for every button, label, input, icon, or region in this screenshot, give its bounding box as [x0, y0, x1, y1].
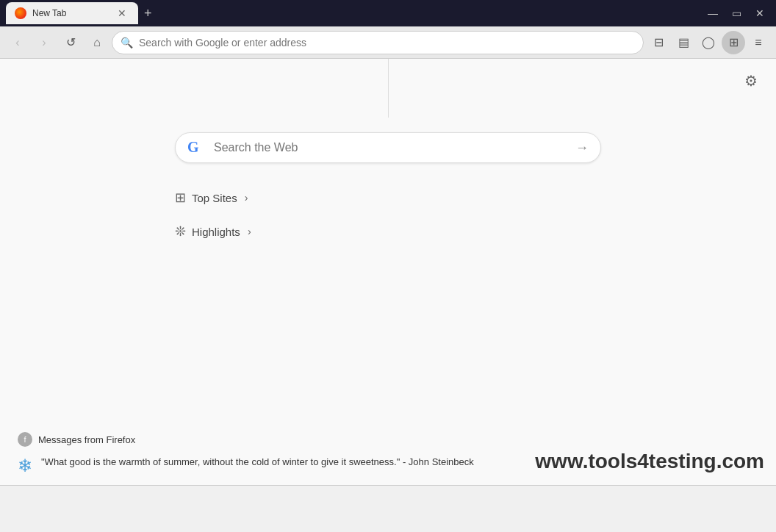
library-button[interactable]: ⊟ — [647, 31, 670, 54]
bottom-bar — [0, 485, 776, 508]
messages-title: Messages from Firefox — [38, 434, 135, 445]
new-tab-button[interactable]: + — [138, 3, 158, 24]
watermark: www.tools4testing.com — [535, 450, 764, 473]
firefox-messages-svg: f — [18, 432, 32, 447]
top-sites-row[interactable]: ⊞ Top Sites › — [175, 187, 601, 209]
close-button[interactable]: ✕ — [750, 3, 770, 24]
extensions-icon: ⊞ — [729, 35, 739, 49]
menu-button[interactable]: ≡ — [747, 31, 770, 54]
tab-favicon — [15, 7, 26, 19]
hamburger-icon: ≡ — [755, 36, 761, 49]
search-arrow-icon[interactable]: → — [575, 140, 589, 156]
messages-firefox-icon: f — [18, 432, 32, 447]
window-controls: — ▭ ✕ — [703, 3, 770, 24]
highlights-chevron: › — [248, 226, 251, 237]
active-tab[interactable]: New Tab ✕ — [6, 2, 138, 24]
titlebar: New Tab ✕ + — ▭ ✕ — [0, 0, 776, 26]
address-bar[interactable] — [112, 31, 644, 54]
snowflake-icon: ❄ — [18, 456, 32, 476]
library-icon: ⊟ — [654, 35, 664, 49]
sidebar-icon: ▤ — [678, 35, 689, 49]
messages-header: f Messages from Firefox — [18, 432, 758, 447]
highlights-icon: ❊ — [175, 223, 186, 240]
forward-button[interactable]: › — [32, 31, 56, 54]
sidebar-button[interactable]: ▤ — [672, 31, 695, 54]
settings-gear-button[interactable]: ⚙ — [738, 68, 764, 94]
google-logo: G — [187, 139, 205, 157]
back-button[interactable]: ‹ — [6, 31, 29, 54]
maximize-button[interactable]: ▭ — [726, 3, 747, 24]
toolbar-icons: ⊟ ▤ ◯ ⊞ ≡ — [647, 31, 770, 54]
google-search-input[interactable] — [214, 141, 575, 154]
address-bar-wrapper: 🔍 — [112, 31, 644, 54]
extensions-button[interactable]: ⊞ — [722, 31, 745, 54]
account-icon: ◯ — [702, 35, 715, 49]
highlights-label: Highlights — [192, 226, 240, 238]
main-content: ⚙ G → ⊞ Top Sites › ❊ Highlights › — [0, 59, 776, 508]
minimize-button[interactable]: — — [703, 3, 723, 24]
tab-title: New Tab — [32, 8, 109, 18]
search-container: G → — [175, 132, 601, 163]
refresh-button[interactable]: ↺ — [59, 31, 82, 54]
account-button[interactable]: ◯ — [697, 31, 720, 54]
sections-container: ⊞ Top Sites › ❊ Highlights › — [175, 187, 601, 242]
top-sites-chevron: › — [245, 192, 248, 204]
navbar: ‹ › ↺ ⌂ 🔍 ⊟ ▤ ◯ ⊞ ≡ — [0, 26, 776, 59]
top-sites-icon: ⊞ — [175, 190, 186, 206]
top-divider — [388, 59, 389, 118]
message-text: "What good is the warmth of summer, with… — [41, 456, 474, 469]
google-g-icon: G — [187, 139, 205, 157]
tab-bar: New Tab ✕ + — [6, 2, 703, 24]
home-button[interactable]: ⌂ — [85, 31, 109, 54]
tab-close-button[interactable]: ✕ — [115, 6, 129, 21]
top-sites-label: Top Sites — [192, 192, 237, 204]
gear-icon: ⚙ — [744, 72, 758, 90]
highlights-row[interactable]: ❊ Highlights › — [175, 220, 601, 242]
